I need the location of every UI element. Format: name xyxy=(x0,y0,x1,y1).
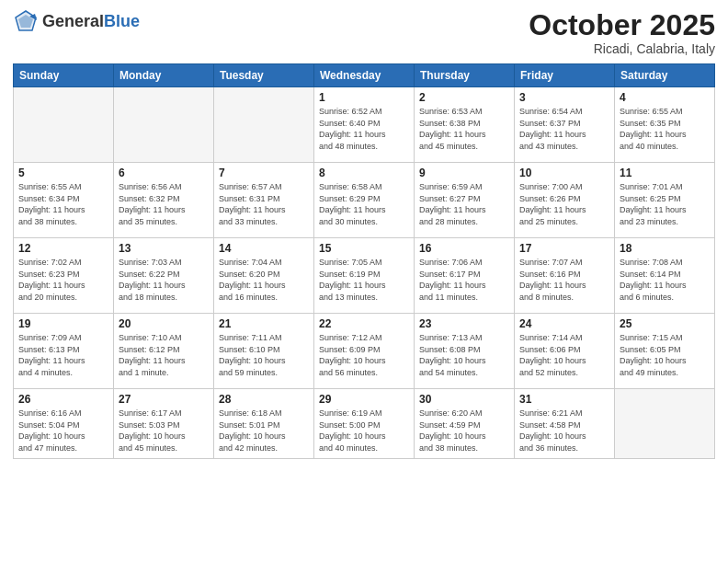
day-number: 1 xyxy=(319,91,409,104)
calendar-cell: 28Sunrise: 6:18 AM Sunset: 5:01 PM Dayli… xyxy=(214,389,314,459)
day-number: 14 xyxy=(219,242,309,255)
calendar-cell: 15Sunrise: 7:05 AM Sunset: 6:19 PM Dayli… xyxy=(314,238,415,314)
calendar-cell: 29Sunrise: 6:19 AM Sunset: 5:00 PM Dayli… xyxy=(314,389,415,459)
calendar-week-3: 12Sunrise: 7:02 AM Sunset: 6:23 PM Dayli… xyxy=(14,238,715,314)
calendar-week-2: 5Sunrise: 6:55 AM Sunset: 6:34 PM Daylig… xyxy=(14,163,715,238)
day-info: Sunrise: 7:12 AM Sunset: 6:09 PM Dayligh… xyxy=(319,332,409,378)
day-number: 30 xyxy=(419,393,509,406)
calendar-cell: 4Sunrise: 6:55 AM Sunset: 6:35 PM Daylig… xyxy=(615,87,715,163)
calendar-cell: 3Sunrise: 6:54 AM Sunset: 6:37 PM Daylig… xyxy=(515,87,615,163)
day-info: Sunrise: 7:07 AM Sunset: 6:16 PM Dayligh… xyxy=(519,257,609,303)
calendar-cell xyxy=(615,389,715,459)
day-info: Sunrise: 7:03 AM Sunset: 6:22 PM Dayligh… xyxy=(119,257,209,303)
calendar-cell: 18Sunrise: 7:08 AM Sunset: 6:14 PM Dayli… xyxy=(615,238,715,314)
day-info: Sunrise: 7:05 AM Sunset: 6:19 PM Dayligh… xyxy=(319,257,409,303)
day-info: Sunrise: 7:15 AM Sunset: 6:05 PM Dayligh… xyxy=(620,332,710,378)
calendar-cell: 30Sunrise: 6:20 AM Sunset: 4:59 PM Dayli… xyxy=(415,389,515,459)
day-number: 26 xyxy=(18,393,108,406)
day-info: Sunrise: 6:54 AM Sunset: 6:37 PM Dayligh… xyxy=(519,106,609,152)
day-info: Sunrise: 7:14 AM Sunset: 6:06 PM Dayligh… xyxy=(519,332,609,378)
day-info: Sunrise: 7:04 AM Sunset: 6:20 PM Dayligh… xyxy=(219,257,309,303)
day-number: 18 xyxy=(620,242,710,255)
day-number: 13 xyxy=(119,242,209,255)
day-info: Sunrise: 6:19 AM Sunset: 5:00 PM Dayligh… xyxy=(319,408,409,454)
calendar-week-4: 19Sunrise: 7:09 AM Sunset: 6:13 PM Dayli… xyxy=(14,314,715,389)
day-number: 23 xyxy=(419,317,509,330)
day-number: 4 xyxy=(620,91,710,104)
day-info: Sunrise: 6:58 AM Sunset: 6:29 PM Dayligh… xyxy=(319,181,409,227)
day-number: 5 xyxy=(18,167,108,179)
day-info: Sunrise: 6:20 AM Sunset: 4:59 PM Dayligh… xyxy=(419,408,509,454)
calendar-cell: 2Sunrise: 6:53 AM Sunset: 6:38 PM Daylig… xyxy=(415,87,515,163)
day-info: Sunrise: 6:21 AM Sunset: 4:58 PM Dayligh… xyxy=(519,408,609,454)
month-title: October 2025 xyxy=(529,9,715,41)
day-info: Sunrise: 7:00 AM Sunset: 6:26 PM Dayligh… xyxy=(519,181,609,227)
calendar-cell: 25Sunrise: 7:15 AM Sunset: 6:05 PM Dayli… xyxy=(615,314,715,389)
title-block: October 2025 Ricadi, Calabria, Italy xyxy=(529,9,715,56)
day-number: 15 xyxy=(319,242,409,255)
weekday-header-thursday: Thursday xyxy=(415,64,515,87)
calendar-cell xyxy=(214,87,314,163)
day-info: Sunrise: 7:13 AM Sunset: 6:08 PM Dayligh… xyxy=(419,332,509,378)
day-info: Sunrise: 6:55 AM Sunset: 6:35 PM Dayligh… xyxy=(620,106,710,152)
weekday-header-wednesday: Wednesday xyxy=(314,64,415,87)
logo-text: GeneralBlue xyxy=(42,13,140,31)
page: GeneralBlue October 2025 Ricadi, Calabri… xyxy=(0,0,728,563)
day-number: 24 xyxy=(519,317,609,330)
calendar-cell: 26Sunrise: 6:16 AM Sunset: 5:04 PM Dayli… xyxy=(14,389,114,459)
day-number: 7 xyxy=(219,167,309,179)
day-info: Sunrise: 7:08 AM Sunset: 6:14 PM Dayligh… xyxy=(620,257,710,303)
calendar-cell: 17Sunrise: 7:07 AM Sunset: 6:16 PM Dayli… xyxy=(515,238,615,314)
day-info: Sunrise: 7:02 AM Sunset: 6:23 PM Dayligh… xyxy=(18,257,108,303)
day-number: 3 xyxy=(519,91,609,104)
weekday-header-row: SundayMondayTuesdayWednesdayThursdayFrid… xyxy=(14,64,715,87)
calendar-cell: 31Sunrise: 6:21 AM Sunset: 4:58 PM Dayli… xyxy=(515,389,615,459)
day-info: Sunrise: 7:10 AM Sunset: 6:12 PM Dayligh… xyxy=(119,332,209,378)
day-number: 11 xyxy=(620,167,710,179)
calendar-week-1: 1Sunrise: 6:52 AM Sunset: 6:40 PM Daylig… xyxy=(14,87,715,163)
calendar-cell: 21Sunrise: 7:11 AM Sunset: 6:10 PM Dayli… xyxy=(214,314,314,389)
day-number: 9 xyxy=(419,167,509,179)
day-number: 10 xyxy=(519,167,609,179)
calendar-cell: 10Sunrise: 7:00 AM Sunset: 6:26 PM Dayli… xyxy=(515,163,615,238)
logo-blue: Blue xyxy=(104,12,140,30)
day-number: 27 xyxy=(119,393,209,406)
day-info: Sunrise: 6:53 AM Sunset: 6:38 PM Dayligh… xyxy=(419,106,509,152)
calendar-cell: 7Sunrise: 6:57 AM Sunset: 6:31 PM Daylig… xyxy=(214,163,314,238)
day-number: 31 xyxy=(519,393,609,406)
weekday-header-monday: Monday xyxy=(114,64,214,87)
day-number: 20 xyxy=(119,317,209,330)
calendar-cell xyxy=(114,87,214,163)
header: GeneralBlue October 2025 Ricadi, Calabri… xyxy=(13,9,715,56)
day-info: Sunrise: 6:56 AM Sunset: 6:32 PM Dayligh… xyxy=(119,181,209,227)
day-info: Sunrise: 6:59 AM Sunset: 6:27 PM Dayligh… xyxy=(419,181,509,227)
weekday-header-sunday: Sunday xyxy=(14,64,114,87)
day-number: 16 xyxy=(419,242,509,255)
calendar: SundayMondayTuesdayWednesdayThursdayFrid… xyxy=(13,63,715,459)
day-number: 22 xyxy=(319,317,409,330)
calendar-cell: 20Sunrise: 7:10 AM Sunset: 6:12 PM Dayli… xyxy=(114,314,214,389)
day-number: 25 xyxy=(620,317,710,330)
weekday-header-tuesday: Tuesday xyxy=(214,64,314,87)
calendar-cell xyxy=(14,87,114,163)
day-number: 19 xyxy=(18,317,108,330)
day-info: Sunrise: 6:16 AM Sunset: 5:04 PM Dayligh… xyxy=(18,408,108,454)
day-info: Sunrise: 6:55 AM Sunset: 6:34 PM Dayligh… xyxy=(18,181,108,227)
calendar-cell: 11Sunrise: 7:01 AM Sunset: 6:25 PM Dayli… xyxy=(615,163,715,238)
day-info: Sunrise: 7:06 AM Sunset: 6:17 PM Dayligh… xyxy=(419,257,509,303)
logo-icon xyxy=(13,9,39,35)
location: Ricadi, Calabria, Italy xyxy=(529,41,715,56)
day-number: 28 xyxy=(219,393,309,406)
calendar-cell: 19Sunrise: 7:09 AM Sunset: 6:13 PM Dayli… xyxy=(14,314,114,389)
logo: GeneralBlue xyxy=(13,9,140,35)
calendar-cell: 22Sunrise: 7:12 AM Sunset: 6:09 PM Dayli… xyxy=(314,314,415,389)
day-info: Sunrise: 7:09 AM Sunset: 6:13 PM Dayligh… xyxy=(18,332,108,378)
calendar-cell: 6Sunrise: 6:56 AM Sunset: 6:32 PM Daylig… xyxy=(114,163,214,238)
calendar-cell: 14Sunrise: 7:04 AM Sunset: 6:20 PM Dayli… xyxy=(214,238,314,314)
day-info: Sunrise: 6:57 AM Sunset: 6:31 PM Dayligh… xyxy=(219,181,309,227)
calendar-cell: 12Sunrise: 7:02 AM Sunset: 6:23 PM Dayli… xyxy=(14,238,114,314)
day-number: 2 xyxy=(419,91,509,104)
weekday-header-friday: Friday xyxy=(515,64,615,87)
calendar-cell: 24Sunrise: 7:14 AM Sunset: 6:06 PM Dayli… xyxy=(515,314,615,389)
day-info: Sunrise: 7:01 AM Sunset: 6:25 PM Dayligh… xyxy=(620,181,710,227)
